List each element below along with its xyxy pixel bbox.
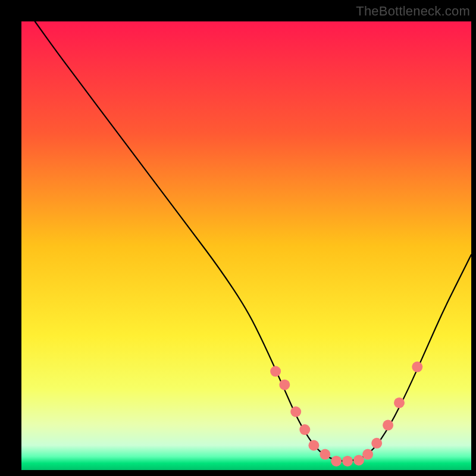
threshold-marker	[279, 380, 290, 390]
threshold-marker	[308, 440, 319, 451]
threshold-marker	[270, 366, 281, 377]
threshold-marker	[290, 406, 301, 417]
bottleneck-chart	[0, 0, 476, 476]
threshold-marker	[394, 397, 405, 408]
chart-frame: TheBottleneck.com	[0, 0, 476, 476]
threshold-marker	[353, 455, 364, 465]
threshold-marker	[383, 420, 393, 431]
threshold-marker	[362, 449, 373, 460]
threshold-marker	[320, 449, 330, 460]
threshold-marker	[412, 362, 422, 372]
threshold-marker	[371, 438, 382, 449]
threshold-marker	[342, 456, 353, 466]
threshold-marker	[299, 424, 310, 435]
threshold-marker	[331, 456, 342, 466]
